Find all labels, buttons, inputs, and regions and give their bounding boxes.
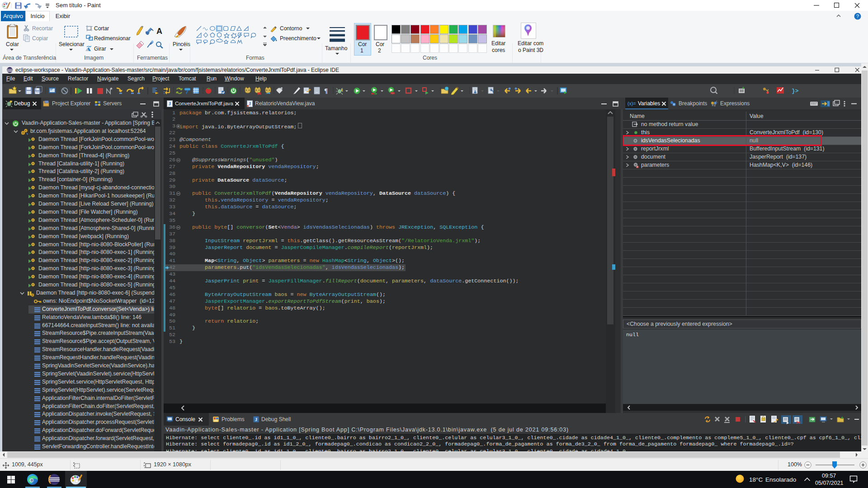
svg-text:J: J [249,101,251,106]
svg-text:?: ? [856,14,859,19]
svg-text:¶: ¶ [324,87,328,94]
svg-text:J: J [255,417,257,422]
svg-text:}>: }> [792,88,799,94]
svg-text:A: A [156,27,162,36]
svg-text:xy: xy [712,103,716,107]
svg-text:J: J [169,101,171,106]
